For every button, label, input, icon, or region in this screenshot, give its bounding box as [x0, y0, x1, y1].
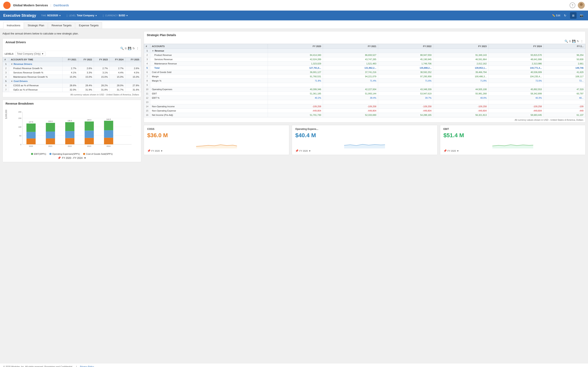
refresh-icon[interactable]: ↻	[132, 47, 135, 50]
row-label[interactable]: Services Revenue Growth %	[9, 71, 62, 75]
row-value-4[interactable]: 31.6%	[125, 88, 141, 92]
row-value-3[interactable]: 28.0%	[109, 83, 125, 88]
row-value-3[interactable]: 31.7%	[109, 88, 125, 92]
sp-row-value-5	[544, 83, 585, 87]
time-label: TIME	[41, 14, 46, 17]
sp-row-value-1: 52,333,690	[323, 113, 378, 117]
tab-strategic-plan[interactable]: Strategic Plan	[24, 22, 48, 29]
chart-container: $,000,000 0 50 100	[5, 110, 139, 151]
row-value-0[interactable]: 2.7%	[62, 66, 78, 71]
row-value-1[interactable]: 2.6%	[78, 66, 94, 71]
annual-drivers-table: # ACCOUNTS BY TIME FY 2021 FY 2022 FY 20…	[3, 57, 141, 92]
sp-row-value-0: -109,258	[268, 104, 323, 109]
time-filter[interactable]: TIME 9/23/2020 ▼	[41, 14, 61, 17]
sp-row-value-4: 144,771,4...	[488, 66, 544, 70]
sp-refresh-icon[interactable]: ↻	[577, 40, 579, 43]
sp-row-value-0	[268, 100, 323, 104]
edit-button[interactable]: ✏️ Edit	[552, 14, 560, 17]
row-value-4[interactable]: 27.8%	[125, 83, 141, 88]
sp-row-value-5	[544, 100, 585, 104]
sp-more-icon[interactable]: ⋮	[580, 40, 583, 43]
sp-col-fy2020: FY 2020	[268, 44, 323, 49]
sp-row-value-2: 38,592,252	[378, 70, 433, 75]
row-value-0[interactable]: 28.6%	[62, 83, 78, 88]
chart-period-selector[interactable]: 📌 FY 2020 - FY 2024 ▼	[5, 156, 139, 159]
sp-row-label: EBIT	[150, 92, 268, 96]
opex-legend-dot	[49, 153, 52, 155]
workday-logo[interactable]: W	[3, 2, 11, 9]
sp-row-value-0: 51,361,185	[268, 92, 323, 96]
kpi-opex-period[interactable]: 📌 FY 2020 ▼	[295, 149, 434, 152]
row-num: 7	[3, 88, 9, 92]
sp-copy-icon[interactable]: ⎘	[569, 40, 571, 43]
camera-button[interactable]: 📷	[578, 12, 585, 19]
row-value-3[interactable]: 4.4%	[109, 71, 125, 75]
row-value-4	[125, 62, 141, 66]
row-value-1[interactable]: 31.9%	[78, 88, 94, 92]
tab-revenue-targets[interactable]: Revenue Targets	[48, 22, 75, 29]
sp-row-label: Non-Operating Income	[150, 104, 268, 109]
sp-row-value-5: -449	[544, 109, 585, 113]
level-filter[interactable]: LEVEL Total Company ▼	[69, 14, 97, 17]
row-label[interactable]: COGS as % of Revenue	[9, 83, 62, 88]
row-label[interactable]: Maintenance Revenue Growth %	[9, 75, 62, 79]
row-value-1[interactable]: 28.4%	[78, 83, 94, 88]
user-avatar[interactable]	[578, 2, 585, 9]
dashboards-link[interactable]: Dashboards	[53, 4, 69, 7]
strategy-bar: Executive Strategy TIME 9/23/2020 ▼ | LE…	[0, 11, 588, 20]
sp-row-num: 9	[144, 83, 150, 87]
save-icon[interactable]: 💾	[128, 47, 131, 50]
svg-marker-39	[344, 144, 385, 149]
row-label[interactable]: Product Revenue Growth %	[9, 66, 62, 71]
row-value-3[interactable]: 15.0%	[109, 75, 125, 79]
edit-pencil-icon: ✏️	[552, 14, 555, 17]
sp-row-value-1: -109,258	[323, 104, 378, 109]
sp-row-value-5: 60,797	[544, 92, 585, 96]
row-value-2[interactable]: 3.1%	[94, 71, 109, 75]
sp-row-value-5: 72...	[544, 79, 585, 83]
search-icon[interactable]: 🔍	[120, 47, 124, 50]
row-value-0[interactable]: 32.0%	[62, 88, 78, 92]
privacy-policy-link[interactable]: Privacy Policy	[80, 365, 94, 367]
row-value-4	[125, 79, 141, 83]
refresh-button[interactable]: ↻	[562, 12, 568, 19]
copy-icon[interactable]: ⎘	[125, 47, 127, 50]
grid-view-button[interactable]: ⊞	[570, 12, 577, 19]
kpi-cogs-period[interactable]: 📌 FY 2020 ▼	[147, 149, 286, 152]
currency-label: CURRENCY	[105, 14, 118, 17]
row-value-4[interactable]: 4.5%	[125, 71, 141, 75]
sp-footer: All currency values shown in USD - Unite…	[144, 117, 585, 122]
row-label[interactable]: OpEx as % of Revenue	[9, 88, 62, 92]
row-value-0	[62, 79, 78, 83]
row-value-2[interactable]: 15.0%	[94, 75, 109, 79]
kpi-ebit-period[interactable]: 📌 FY 2020 ▼	[443, 149, 582, 152]
levels-value-selector[interactable]: Total Company (Only) ▼	[15, 52, 46, 56]
row-value-1[interactable]: 15.0%	[78, 75, 94, 79]
kpi-ebit-card: EBIT $51.4 M 📌 FY 2020 ▼	[440, 125, 586, 155]
sp-search-icon[interactable]: 🔍	[564, 40, 568, 43]
row-value-2[interactable]: 31.8%	[94, 88, 109, 92]
sp-row-value-2: -449,804	[378, 109, 433, 113]
sp-save-icon[interactable]: 💾	[572, 40, 576, 43]
row-value-0[interactable]: 15.0%	[62, 75, 78, 79]
row-label: ▼Revenue Drivers	[9, 62, 62, 66]
sp-row-label: Net Income (Pre-Adj)	[150, 113, 268, 117]
sp-row-value-2: 135,888,2...	[378, 66, 433, 70]
svg-text:140.0: 140.0	[87, 119, 91, 121]
more-icon[interactable]: ⋮	[136, 47, 139, 50]
row-value-4[interactable]: 15.0%	[125, 75, 141, 79]
row-value-1[interactable]: 3.3%	[78, 71, 94, 75]
legend-opex: Operating Expenses(SPP1)	[49, 153, 80, 155]
help-icon[interactable]: ?	[570, 2, 575, 8]
sp-toolbar: 🔍 ⎘ 💾 ↻ ⋮	[144, 39, 585, 44]
tab-instructions[interactable]: Instructions	[3, 22, 24, 29]
row-value-2[interactable]: 28.2%	[94, 83, 109, 88]
row-value-0[interactable]: 4.1%	[62, 71, 78, 75]
sp-row-value-1: -449,804	[323, 109, 378, 113]
currency-filter[interactable]: CURRENCY $USD ▼	[105, 14, 128, 17]
row-value-2[interactable]: 2.7%	[94, 66, 109, 71]
row-value-3[interactable]: 2.7%	[109, 66, 125, 71]
tab-expense-targets[interactable]: Expense Targets	[75, 22, 102, 29]
row-value-4[interactable]: 2.6%	[125, 66, 141, 71]
sp-row-value-4: 58,683,445	[488, 113, 544, 117]
